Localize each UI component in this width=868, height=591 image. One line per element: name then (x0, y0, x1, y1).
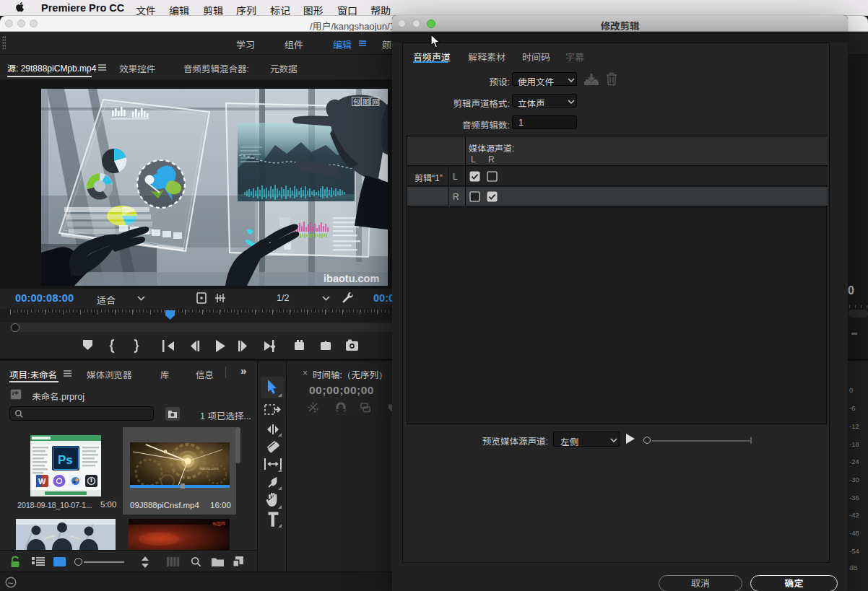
svg-text:ibaotu.com: ibaotu.com (199, 466, 219, 470)
svg-text:ibaotu.com: ibaotu.com (324, 273, 379, 284)
svg-text:W: W (38, 477, 46, 486)
svg-text:Ps: Ps (58, 453, 73, 467)
svg-text:包图网: 包图网 (212, 520, 225, 527)
